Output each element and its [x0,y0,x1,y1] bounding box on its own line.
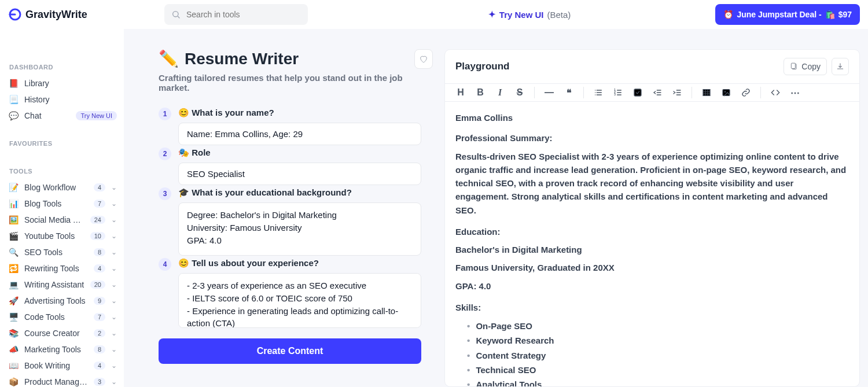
count-badge: 8 [94,345,105,353]
nav-icon: 💻 [8,280,19,289]
count-badge: 9 [94,297,105,305]
editor-toolbar: H B I S — ❝ 123 [445,83,859,102]
bag-icon: 🛍️ [825,10,835,19]
chevron-down-icon: ⌄ [111,216,117,224]
search-input[interactable] [186,10,301,19]
sidebar-item-course-creator[interactable]: 📚 Course Creator 2 ⌄ [8,325,117,341]
nav-icon: 🔁 [8,264,19,273]
code-button[interactable] [767,84,784,101]
step-number: 4 [159,258,171,271]
logo-icon [8,8,22,21]
skill-item: Keyword Research [461,333,849,348]
sidebar-item-seo-tools[interactable]: 🔍 SEO Tools 8 ⌄ [8,244,117,260]
sidebar-item-writing-assistant[interactable]: 💻 Writing Assistant 20 ⌄ [8,277,117,293]
question-label: 🎭 Role [178,148,421,158]
nav-icon: 🚀 [8,296,19,305]
sparkle-icon: ✦ [488,9,496,20]
favourite-button[interactable] [414,49,433,69]
answer-input-2[interactable] [178,163,421,185]
svg-rect-7 [634,89,641,96]
count-badge: 4 [94,183,105,191]
ol-button[interactable]: 123 [609,84,627,101]
more-button[interactable]: ⋯ [786,84,804,101]
chevron-down-icon: ⌄ [111,297,117,305]
deal-button[interactable]: ⏰ June Jumpstart Deal - 🛍️ $97 [715,4,860,25]
sidebar-item-rewriting-tools[interactable]: 🔁 Rewriting Tools 4 ⌄ [8,260,117,277]
bold-button[interactable]: B [472,84,489,101]
image-button[interactable] [718,84,735,101]
question-label: 😊 What is your name? [178,108,421,118]
sidebar-item-blog-tools[interactable]: 📊 Blog Tools 7 ⌄ [8,196,117,212]
form-panel: ✏️ Resume Writer Crafting tailored resum… [159,49,433,387]
svg-rect-8 [703,90,710,96]
nav-icon: 📃 [8,95,19,104]
create-content-button[interactable]: Create Content [159,338,421,364]
count-badge: 4 [94,264,105,272]
sidebar-item-book-writing[interactable]: 📖 Book Writing 4 ⌄ [8,357,117,374]
nav-label: Youtube Tools [24,231,84,241]
sidebar-item-social-media-tools[interactable]: 🖼️ Social Media Tools 24 ⌄ [8,212,117,228]
question-label: 😊 Tell us about your experience? [178,258,421,268]
editor-content[interactable]: Emma Collins Professional Summary: Resul… [445,102,859,386]
link-button[interactable] [737,84,755,101]
svg-rect-3 [792,63,796,68]
sidebar-item-advertising-tools[interactable]: 🚀 Advertising Tools 9 ⌄ [8,293,117,309]
quote-button[interactable]: ❝ [560,84,578,101]
nav-icon: 📕 [8,79,19,88]
nav-icon: 📦 [8,377,19,386]
sidebar-item-code-tools[interactable]: 🖥️ Code Tools 7 ⌄ [8,309,117,325]
answer-textarea-4[interactable]: - 2-3 years of experience as an SEO exec… [178,273,421,328]
step-number: 1 [159,108,171,120]
sidebar-item-blog-workflow[interactable]: 📝 Blog Workflow 4 ⌄ [8,179,117,196]
chevron-down-icon: ⌄ [111,200,117,208]
nav-label: Rewriting Tools [24,264,88,273]
chevron-down-icon: ⌄ [111,362,117,370]
section-tools: TOOLS [9,168,117,175]
sidebar-item-product-managemen[interactable]: 📦 Product Managemen 3 ⌄ [8,374,117,387]
nav-icon: 💬 [8,111,19,120]
nav-label: Blog Tools [24,199,88,208]
sidebar-item-marketing-tools[interactable]: 📣 Marketing Tools 8 ⌄ [8,341,117,357]
outdent-button[interactable] [649,84,666,101]
chevron-down-icon: ⌄ [111,248,117,256]
download-button[interactable] [832,58,849,75]
italic-button[interactable]: I [491,84,509,101]
nav-icon: 📚 [8,329,19,338]
search-input-wrap[interactable] [164,4,308,25]
heading-button[interactable]: H [452,84,469,101]
count-badge: 3 [94,378,105,386]
chevron-down-icon: ⌄ [111,313,117,321]
skill-item: Technical SEO [461,363,849,377]
main: ✏️ Resume Writer Crafting tailored resum… [124,29,868,387]
question-3: 3 🎓 What is your educational background?… [159,187,421,256]
sidebar-item-chat[interactable]: 💬 ChatTry New UI [8,108,117,124]
nav-icon: 🎬 [8,231,19,241]
chevron-down-icon: ⌄ [111,345,117,353]
brand-name: GravityWrite [25,9,87,21]
question-2: 2 🎭 Role [159,148,421,185]
nav-icon: 📖 [8,361,19,370]
sidebar-item-history[interactable]: 📃 History [8,91,117,108]
brand-logo[interactable]: GravityWrite [8,8,118,21]
sidebar-item-youtube-tools[interactable]: 🎬 Youtube Tools 10 ⌄ [8,228,117,244]
chevron-down-icon: ⌄ [111,232,117,240]
sidebar-item-library[interactable]: 📕 Library [8,75,117,91]
answer-input-1[interactable] [178,123,421,145]
section-dashboard: DASHBOARD [9,64,117,71]
indent-button[interactable] [668,84,686,101]
nav-label: Writing Assistant [24,280,84,289]
checklist-button[interactable] [629,84,646,101]
strike-button[interactable]: S [511,84,528,101]
pencil-icon: ✏️ [159,49,179,68]
nav-label: Product Managemen [24,377,88,386]
hr-button[interactable]: — [540,84,558,101]
table-button[interactable] [698,84,715,101]
nav-label: Code Tools [24,312,88,322]
answer-textarea-3[interactable]: Degree: Bachelor's in Digital Marketing … [178,202,421,256]
playground-title: Playground [455,61,510,72]
tool-subtitle: Crafting tailored resumes that help you … [159,73,414,93]
copy-button[interactable]: Copy [784,58,827,75]
count-badge: 8 [94,248,105,256]
try-new-ui-link[interactable]: ✦ Try New UI (Beta) [488,9,571,20]
ul-button[interactable] [590,84,607,101]
